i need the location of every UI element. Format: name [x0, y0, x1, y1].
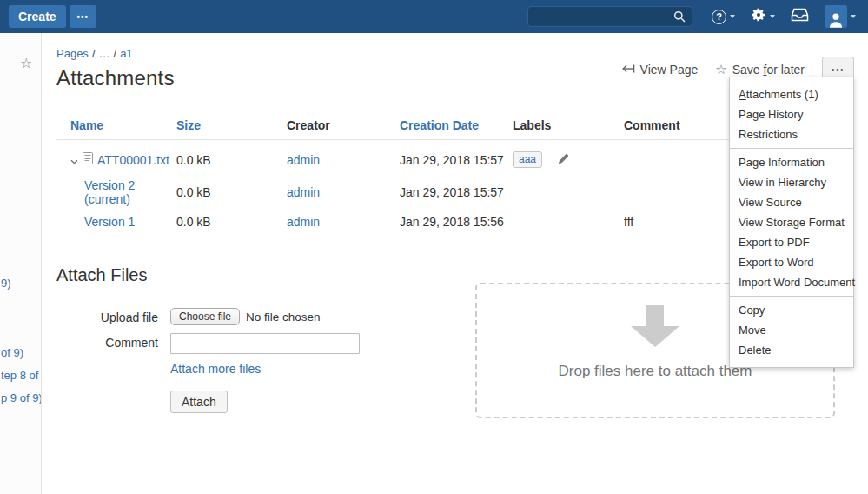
- gear-icon: [751, 7, 766, 26]
- breadcrumb-ellipsis-link[interactable]: …: [99, 47, 110, 60]
- inbox-tray-icon: [791, 8, 809, 25]
- creation-date: Jan 29, 2018 15:57: [400, 140, 513, 176]
- view-page-label: View Page: [640, 63, 699, 77]
- search-input[interactable]: [528, 7, 692, 26]
- menu-item-copy[interactable]: Copy: [730, 300, 853, 320]
- breadcrumb-separator: /: [92, 47, 96, 60]
- creator-link[interactable]: admin: [287, 215, 320, 229]
- search-icon[interactable]: [673, 10, 686, 26]
- attach-more-files-link[interactable]: Attach more files: [170, 362, 261, 376]
- menu-group-operations: Copy Move Delete: [730, 296, 853, 364]
- settings-menu[interactable]: [751, 7, 775, 26]
- page-header: Pages/…/a1 Attachments View Page ☆ Save …: [43, 33, 868, 90]
- menu-item-export-word[interactable]: Export to Word: [730, 252, 853, 272]
- sidebar-page-link[interactable]: p 9 of 9): [1, 391, 42, 404]
- sidebar-rail: ☆ 9) of 9) tep 8 of 9 p 9 of 9): [0, 33, 42, 494]
- no-file-chosen-text: No file chosen: [246, 308, 321, 324]
- comment-input[interactable]: [170, 333, 360, 354]
- table-row: ATT00001.txt 0.0 kB admin Jan 29, 2018 1…: [56, 140, 812, 176]
- confluence-attachments-page: Create ••• ?: [0, 0, 868, 494]
- menu-item-page-history[interactable]: Page History: [730, 104, 853, 124]
- comment-label: Comment: [56, 333, 158, 350]
- attachment-file-link[interactable]: ATT00001.txt: [97, 153, 169, 167]
- column-header-creator: Creator: [287, 113, 400, 140]
- user-menu[interactable]: [825, 5, 856, 28]
- menu-item-attachments[interactable]: Attachments (1): [730, 84, 853, 104]
- page-title: Attachments: [56, 66, 175, 90]
- breadcrumb-current-link[interactable]: a1: [120, 47, 132, 60]
- upload-file-label: Upload file: [56, 308, 158, 324]
- creator-link[interactable]: admin: [287, 185, 320, 199]
- creation-date: Jan 29, 2018 15:56: [400, 211, 513, 234]
- column-header-labels: Labels: [513, 113, 624, 140]
- choose-file-button[interactable]: Choose file: [170, 308, 240, 325]
- chevron-down-icon: [770, 15, 775, 18]
- user-avatar: [825, 5, 847, 28]
- column-header-creation-date[interactable]: Creation Date: [400, 113, 513, 140]
- attachment-size: 0.0 kB: [176, 211, 287, 234]
- sidebar-page-link[interactable]: of 9): [1, 346, 23, 359]
- table-row: Version 1 0.0 kB admin Jan 29, 2018 15:5…: [56, 211, 812, 234]
- save-for-later-label: Save for later: [732, 63, 805, 77]
- menu-group-views: Attachments (1) Page History Restriction…: [730, 81, 853, 148]
- create-more-button[interactable]: •••: [70, 5, 97, 28]
- attach-button[interactable]: Attach: [170, 391, 228, 413]
- notifications-tray[interactable]: [791, 8, 809, 25]
- creator-link[interactable]: admin: [287, 153, 320, 167]
- column-header-name[interactable]: Name: [56, 113, 176, 140]
- favourite-star-icon[interactable]: ☆: [20, 55, 32, 71]
- menu-item-view-source[interactable]: View Source: [730, 192, 853, 212]
- menu-item-export-pdf[interactable]: Export to PDF: [730, 232, 853, 252]
- menu-item-move[interactable]: Move: [730, 320, 853, 340]
- menu-item-view-storage-format[interactable]: View Storage Format: [730, 212, 853, 232]
- page-header-actions: View Page ☆ Save for later ••• Attachmen…: [621, 49, 854, 90]
- menu-group-info: Page Information View in Hierarchy View …: [730, 148, 853, 296]
- menu-item-restrictions[interactable]: Restrictions: [730, 124, 853, 144]
- version-link[interactable]: Version 2 (current): [56, 178, 176, 206]
- down-arrow-icon: [631, 305, 679, 347]
- save-for-later-button[interactable]: ☆ Save for later: [715, 62, 805, 77]
- attachment-size: 0.0 kB: [176, 175, 287, 211]
- help-icon: ?: [712, 10, 726, 24]
- top-navbar: Create ••• ?: [0, 0, 868, 33]
- expand-chevron-icon[interactable]: [70, 153, 78, 167]
- page-header-left: Pages/…/a1 Attachments: [56, 47, 175, 90]
- create-button[interactable]: Create: [9, 5, 66, 28]
- breadcrumb-pages-link[interactable]: Pages: [56, 47, 89, 60]
- chevron-down-icon: [851, 15, 856, 18]
- menu-item-view-in-hierarchy[interactable]: View in Hierarchy: [730, 172, 853, 192]
- star-icon: ☆: [715, 62, 726, 77]
- table-row: Version 2 (current) 0.0 kB admin Jan 29,…: [56, 175, 812, 211]
- sidebar-page-link[interactable]: tep 8 of 9: [1, 369, 42, 382]
- back-arrow-icon: [621, 63, 635, 77]
- file-document-icon: [83, 152, 93, 167]
- label-chip[interactable]: aaa: [513, 151, 542, 168]
- main-content: Pages/…/a1 Attachments View Page ☆ Save …: [43, 33, 868, 494]
- attachments-table: Name Size Creator Creation Date Labels C…: [56, 113, 812, 234]
- breadcrumb-separator: /: [114, 47, 117, 60]
- edit-labels-pencil-icon[interactable]: [558, 153, 569, 167]
- creation-date: Jan 29, 2018 15:57: [400, 175, 513, 211]
- chevron-down-icon: [730, 15, 735, 18]
- view-page-button[interactable]: View Page: [621, 63, 699, 77]
- quick-search[interactable]: [527, 6, 692, 27]
- version-link[interactable]: Version 1: [56, 215, 135, 229]
- breadcrumb: Pages/…/a1: [56, 47, 175, 60]
- menu-item-import-word[interactable]: Import Word Document: [730, 272, 853, 292]
- menu-item-delete[interactable]: Delete: [730, 340, 853, 360]
- page-actions-menu: Attachments (1) Page History Restriction…: [729, 77, 854, 368]
- table-header-row: Name Size Creator Creation Date Labels C…: [56, 113, 812, 140]
- menu-item-page-information[interactable]: Page Information: [730, 152, 853, 172]
- help-menu[interactable]: ?: [712, 10, 735, 24]
- attachment-size: 0.0 kB: [176, 140, 287, 176]
- sidebar-page-link[interactable]: 9): [1, 277, 11, 290]
- column-header-size[interactable]: Size: [176, 113, 287, 140]
